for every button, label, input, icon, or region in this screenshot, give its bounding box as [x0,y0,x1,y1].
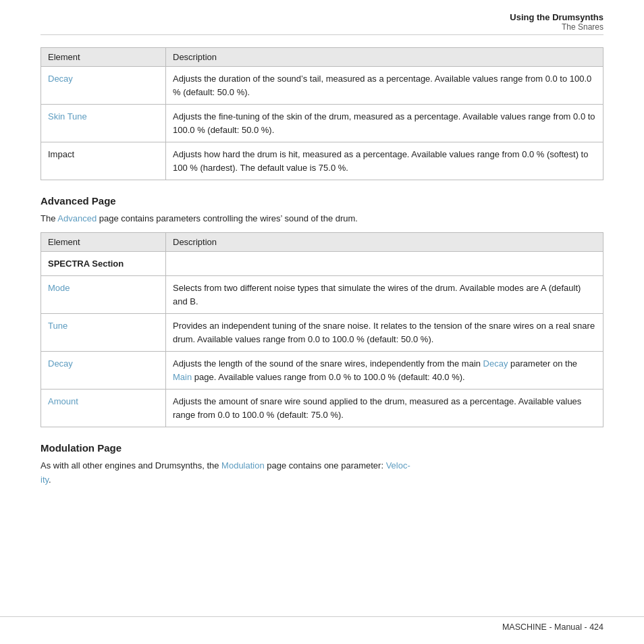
description-cell: Adjusts the fine-tuning of the skin of t… [166,105,603,142]
advanced-section-heading: Advanced Page [41,195,603,207]
modulation-section-intro: As with all other engines and Drumsynths… [41,459,603,487]
footer-text: MASCHINE - Manual - 424 [502,622,603,632]
element-cell: Tune [41,314,166,352]
advanced-params-table: Element Description SPECTRA SectionModeS… [41,232,603,428]
page-footer: MASCHINE - Manual - 424 [0,616,644,632]
section-row: SPECTRA Section [41,251,603,276]
description-cell: Provides an independent tuning of the sn… [166,314,603,352]
modulation-section-heading: Modulation Page [41,442,603,454]
description-cell: Adjusts how hard the drum is hit, measur… [166,142,603,180]
element-cell: Amount [41,390,166,427]
element-cell: Decay [41,67,166,105]
element-link[interactable]: Amount [48,396,78,406]
section-label: SPECTRA Section [41,251,166,276]
section-desc [166,251,603,276]
element-link[interactable]: Skin Tune [48,111,87,122]
element-link[interactable]: Decay [48,358,73,369]
table-row: ModeSelects from two different noise typ… [41,276,603,314]
element-link[interactable]: Mode [48,283,70,293]
element-link[interactable]: Tune [48,321,68,331]
advanced-intro-pre: The [41,213,57,223]
table-row: DecayAdjusts the duration of the sound’s… [41,67,603,105]
description-cell: Adjusts the amount of snare wire sound a… [166,390,603,427]
main-link[interactable]: Main [173,372,192,382]
table-row: TuneProvides an independent tuning of th… [41,314,603,352]
table1-col1-header: Element [41,48,166,67]
page-header: Using the Drumsynths The Snares [41,0,603,35]
decay-link[interactable]: Decay [483,358,508,369]
table-row: DecayAdjusts the length of the sound of … [41,352,603,390]
modulation-intro-pre: As with all other engines and Drumsynths… [41,460,221,471]
page-container: Using the Drumsynths The Snares Element … [0,0,644,644]
description-cell: Adjusts the length of the sound of the s… [166,352,603,390]
header-subtitle: The Snares [41,22,603,32]
description-cell: Selects from two different noise types t… [166,276,603,314]
main-params-table: Element Description DecayAdjusts the dur… [41,47,603,180]
table-row: AmountAdjusts the amount of snare wire s… [41,390,603,427]
header-title: Using the Drumsynths [41,12,603,22]
element-cell: Decay [41,352,166,390]
table2-col1-header: Element [41,232,166,251]
element-link[interactable]: Decay [48,74,73,84]
element-cell: Skin Tune [41,105,166,142]
modulation-intro-post: . [49,475,51,485]
advanced-section-intro: The Advanced page contains parameters co… [41,212,603,225]
description-cell: Adjusts the duration of the sound’s tail… [166,67,603,105]
element-cell: Mode [41,276,166,314]
advanced-link[interactable]: Advanced [57,213,97,223]
modulation-link[interactable]: Modulation [221,460,265,471]
table-row: Skin TuneAdjusts the fine-tuning of the … [41,105,603,142]
table1-col2-header: Description [166,48,603,67]
table2-col2-header: Description [166,232,603,251]
advanced-intro-post: page contains parameters controlling the… [97,213,358,223]
table-row: ImpactAdjusts how hard the drum is hit, … [41,142,603,180]
modulation-intro-mid: page contains one parameter: [265,460,386,471]
element-cell: Impact [41,142,166,180]
